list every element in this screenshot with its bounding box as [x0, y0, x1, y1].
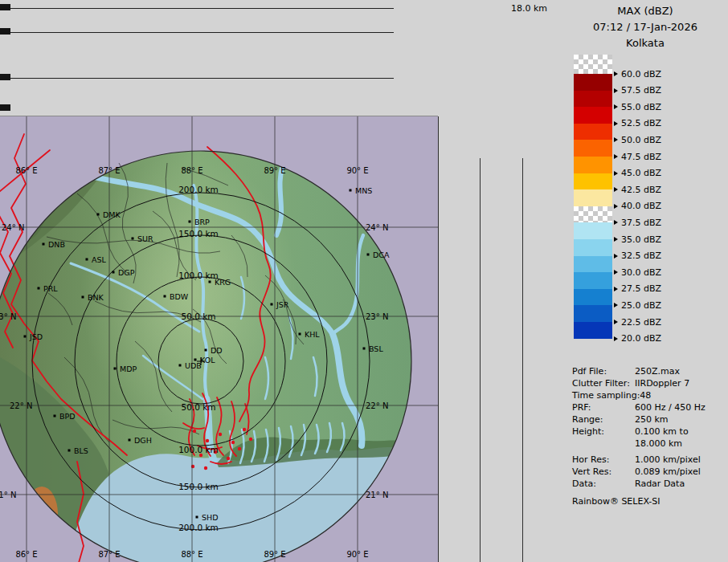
legend-tick-arrow-icon — [614, 287, 618, 291]
legend-swatch-35.0 — [574, 222, 612, 239]
legend-swatch-47.5 — [574, 140, 612, 157]
legend-label: 32.5 dBZ — [614, 250, 661, 263]
profile-tick-3 — [0, 74, 10, 80]
legend-label-text: 50.0 dBZ — [621, 135, 661, 145]
station-label-DGH: DGH — [134, 436, 152, 445]
side-panel-line-2 — [480, 158, 481, 562]
radar-map-panel: 86° E86° E87° E87° E88° E88° E89° E89° E… — [0, 116, 438, 562]
legend-label-text: 42.5 dBZ — [621, 185, 661, 195]
legend-label-text: 45.0 dBZ — [621, 168, 661, 178]
lon-label-top: 89° E — [264, 166, 285, 175]
legend-swatch-42.5 — [574, 173, 612, 190]
station-marker-MDP — [114, 368, 117, 370]
legend-label: 47.5 dBZ — [614, 150, 661, 163]
info-row: Pdf File:250Z.max — [572, 365, 728, 377]
legend-swatch-22.5 — [574, 305, 612, 322]
profile-tick-4 — [0, 104, 10, 111]
station-label-DNB: DNB — [48, 240, 65, 249]
legend-label: 35.0 dBZ — [614, 233, 661, 246]
info-row: Height:0.100 km to — [572, 426, 728, 438]
legend-label-text: 25.0 dBZ — [621, 300, 661, 311]
legend-swatch-30.0 — [574, 256, 612, 273]
range-ring-label: 200.0 km — [178, 185, 219, 194]
lat-label-right: 23° N — [366, 312, 388, 321]
legend-label: 22.5 dBZ — [614, 316, 661, 328]
legend-label: 42.5 dBZ — [614, 183, 661, 196]
station-label-SUR: SUR — [137, 234, 153, 243]
legend-label: 27.5 dBZ — [614, 283, 661, 295]
info-label: Hor Res: — [572, 454, 635, 466]
info-row: Clutter Filter:IIRDoppler 7 — [572, 377, 728, 389]
info-label: Pdf File: — [572, 365, 635, 377]
station-marker-BPD — [54, 415, 56, 417]
legend-label: 25.0 dBZ — [614, 299, 661, 312]
legend-swatch-25.0 — [574, 289, 612, 306]
legend-tick-arrow-icon — [614, 187, 618, 192]
legend-swatch-20.0 — [574, 322, 612, 339]
profile-gridline-1 — [0, 8, 394, 9]
legend-label: 52.5 dBZ — [614, 117, 661, 130]
legend-label-text: 37.5 dBZ — [621, 218, 661, 228]
info-value: 1.000 km/pixel — [635, 454, 701, 465]
station-marker-DNB — [43, 243, 45, 246]
station-label-DMK: DMK — [103, 210, 121, 219]
station-label-BRP: BRP — [194, 218, 210, 226]
info-label: Data: — [572, 478, 635, 490]
legend-tick-arrow-icon — [614, 71, 618, 76]
info-value: Radar Data — [635, 479, 685, 489]
info-label: Range: — [572, 413, 635, 426]
station-marker-SHD — [196, 516, 198, 519]
legend-label: 45.0 dBZ — [614, 167, 661, 180]
legend-label-text: 35.0 dBZ — [621, 234, 661, 245]
station-marker-DGH — [129, 439, 131, 442]
legend-swatch-52.5 — [574, 107, 612, 124]
legend-swatch-45.0 — [574, 157, 612, 173]
station-label-ASL: ASL — [92, 255, 107, 264]
info-value: IIRDoppler 7 — [635, 378, 689, 389]
legend-tick-arrow-icon — [614, 171, 618, 176]
range-ring-label: 50.0 km — [181, 312, 215, 321]
legend-label: 60.0 dBZ — [614, 67, 661, 80]
legend-tick-arrow-icon — [614, 104, 618, 109]
station-marker-UDB — [179, 364, 182, 367]
legend-labels: 60.0 dBZ57.5 dBZ55.0 dBZ52.5 dBZ50.0 dBZ… — [614, 55, 726, 344]
height-axis-max-label: 18.0 km — [511, 3, 547, 14]
lat-label-left: 22° N — [10, 401, 32, 410]
legend-label: 55.0 dBZ — [614, 100, 661, 113]
station-marker-KHL — [299, 333, 301, 336]
info-value: 250 km — [635, 414, 669, 425]
legend-tick-arrow-icon — [614, 154, 618, 159]
station-marker-JSR — [271, 303, 273, 306]
station-marker-PRL — [38, 287, 40, 290]
legend-label-text: 55.0 dBZ — [621, 102, 661, 112]
station-marker-DGP — [112, 271, 115, 274]
legend-tick-arrow-icon — [614, 88, 618, 93]
profile-gridline-2 — [0, 32, 394, 33]
product-title: MAX (dBZ) — [567, 3, 723, 19]
info-value: 0.089 km/pixel — [635, 466, 701, 477]
station-label-KOL: KOL — [200, 356, 215, 364]
info-label: Time sampling:48 — [572, 389, 635, 401]
info-value: 0.100 km to — [635, 426, 689, 437]
station-label-MDP: MDP — [120, 364, 137, 373]
info-row: Data:Radar Data — [572, 478, 728, 490]
legend-swatch-27.5 — [574, 272, 612, 289]
legend-label-text: 60.0 dBZ — [621, 69, 661, 79]
station-label-KRG: KRG — [215, 278, 231, 287]
legend-label-text: 30.0 dBZ — [621, 267, 661, 278]
legend-tick-arrow-icon — [614, 237, 618, 242]
range-ring-label: 100.0 km — [178, 445, 219, 454]
lon-label-bottom: 89° E — [264, 550, 285, 559]
legend-label-text: 52.5 dBZ — [621, 118, 661, 128]
range-ring-label: 50.0 km — [181, 402, 215, 412]
lon-label-top: 87° E — [98, 166, 120, 175]
lat-label-left: 21° N — [0, 491, 16, 499]
legend-label: 57.5 dBZ — [614, 84, 661, 97]
info-label: Clutter Filter: — [572, 377, 635, 389]
station-label-SHD: SHD — [202, 513, 219, 522]
lat-label-left: 23° N — [0, 312, 16, 321]
lon-label-top: 88° E — [181, 166, 202, 175]
legend-label: 50.0 dBZ — [614, 133, 661, 146]
legend-label: 30.0 dBZ — [614, 266, 661, 279]
lon-label-top: 86° E — [15, 166, 37, 175]
